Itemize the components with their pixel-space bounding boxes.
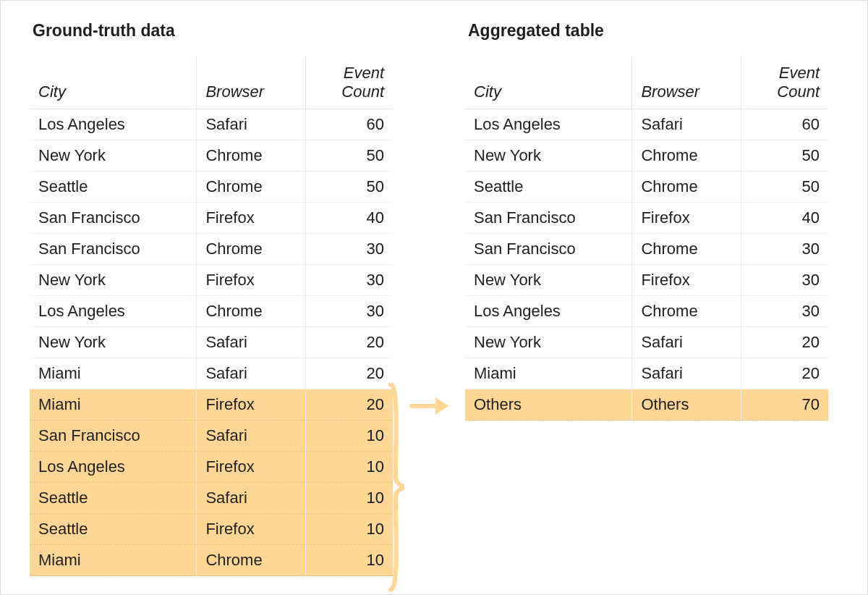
table-row: New YorkChrome50: [465, 140, 828, 172]
table-row: New YorkFirefox30: [465, 265, 828, 296]
table-row: Los AngelesChrome30: [465, 296, 828, 327]
table-row: Los AngelesFirefox10: [30, 452, 393, 483]
table-header-row: City Browser Event Count: [30, 56, 393, 109]
cell-count: 30: [741, 234, 829, 265]
ground-truth-table: City Browser Event Count Los AngelesSafa…: [30, 56, 393, 576]
cell-city: New York: [30, 265, 197, 296]
table-row: SeattleFirefox10: [30, 514, 393, 545]
table-row: SeattleChrome50: [465, 172, 828, 203]
cell-count: 20: [306, 358, 393, 389]
cell-browser: Firefox: [197, 203, 306, 234]
cell-browser: Chrome: [197, 172, 306, 203]
cell-count: 30: [741, 265, 829, 296]
cell-count: 10: [306, 452, 393, 483]
diagram-frame: Ground-truth data City Browser Event Cou…: [0, 0, 868, 595]
table-row: San FranciscoSafari10: [30, 421, 393, 452]
arrow-right-icon: [409, 397, 448, 415]
col-header-city: City: [465, 56, 632, 109]
cell-count: 10: [306, 483, 393, 514]
cell-count: 60: [306, 109, 393, 140]
cell-city: Seattle: [30, 172, 197, 203]
cell-count: 10: [306, 514, 393, 545]
cell-city: New York: [465, 327, 632, 358]
cell-city: San Francisco: [30, 203, 197, 234]
cell-browser: Chrome: [632, 140, 741, 172]
cell-city: San Francisco: [30, 421, 197, 452]
cell-count: 20: [306, 389, 393, 421]
cell-browser: Chrome: [197, 140, 306, 172]
cell-browser: Chrome: [197, 234, 306, 265]
table-row: Los AngelesSafari60: [30, 109, 393, 140]
cell-browser: Firefox: [197, 389, 306, 421]
cell-count: 30: [306, 234, 393, 265]
cell-city: Miami: [30, 389, 197, 421]
arrow-connector: [393, 397, 465, 415]
cell-browser: Firefox: [197, 265, 306, 296]
cell-count: 70: [741, 389, 829, 421]
table-row: New YorkSafari20: [465, 327, 828, 358]
table-row: MiamiSafari20: [30, 358, 393, 389]
cell-browser: Firefox: [632, 203, 741, 234]
table-row: New YorkFirefox30: [30, 265, 393, 296]
cell-count: 50: [741, 140, 829, 172]
table-row: SeattleSafari10: [30, 483, 393, 514]
cell-count: 40: [306, 203, 393, 234]
table-row: San FranciscoChrome30: [465, 234, 828, 265]
cell-city: Los Angeles: [30, 109, 197, 140]
col-header-count: Event Count: [306, 56, 393, 109]
cell-city: San Francisco: [30, 234, 197, 265]
cell-city: Los Angeles: [465, 109, 632, 140]
cell-count: 10: [306, 545, 393, 576]
cell-browser: Safari: [197, 421, 306, 452]
aggregated-body: Los AngelesSafari60New YorkChrome50Seatt…: [465, 109, 828, 421]
cell-count: 20: [741, 327, 829, 358]
cell-browser: Safari: [197, 483, 306, 514]
cell-city: Los Angeles: [465, 296, 632, 327]
cell-city: Seattle: [30, 514, 197, 545]
cell-city: New York: [30, 140, 197, 172]
table-row: New YorkChrome50: [30, 140, 393, 172]
cell-city: San Francisco: [465, 203, 632, 234]
cell-browser: Chrome: [197, 296, 306, 327]
table-row: San FranciscoFirefox40: [465, 203, 828, 234]
cell-count: 10: [306, 421, 393, 452]
ground-truth-title: Ground-truth data: [33, 21, 393, 41]
cell-city: Miami: [465, 358, 632, 389]
cell-browser: Safari: [197, 358, 306, 389]
col-header-browser: Browser: [197, 56, 306, 109]
cell-browser: Safari: [197, 327, 306, 358]
table-row: New YorkSafari20: [30, 327, 393, 358]
table-row: San FranciscoFirefox40: [30, 203, 393, 234]
table-row: MiamiFirefox20: [30, 389, 393, 421]
table-row: MiamiSafari20: [465, 358, 828, 389]
table-row: Los AngelesChrome30: [30, 296, 393, 327]
col-header-count: Event Count: [741, 56, 829, 109]
table-row: San FranciscoChrome30: [30, 234, 393, 265]
cell-city: New York: [465, 265, 632, 296]
cell-city: San Francisco: [465, 234, 632, 265]
cell-count: 30: [306, 265, 393, 296]
cell-browser: Safari: [632, 109, 741, 140]
cell-count: 50: [741, 172, 829, 203]
cell-browser: Chrome: [632, 234, 741, 265]
cell-city: Miami: [30, 358, 197, 389]
cell-count: 50: [306, 172, 393, 203]
cell-browser: Firefox: [197, 452, 306, 483]
cell-browser: Chrome: [197, 545, 306, 576]
cell-browser: Others: [632, 389, 741, 421]
cell-city: Seattle: [465, 172, 632, 203]
cell-browser: Safari: [197, 109, 306, 140]
cell-city: New York: [465, 140, 632, 172]
table-row: Los AngelesSafari60: [465, 109, 828, 140]
aggregated-title: Aggregated table: [468, 21, 828, 41]
table-row: MiamiChrome10: [30, 545, 393, 576]
col-header-browser: Browser: [632, 56, 741, 109]
table-row: SeattleChrome50: [30, 172, 393, 203]
cell-count: 60: [741, 109, 829, 140]
cell-count: 40: [741, 203, 829, 234]
cell-browser: Chrome: [632, 172, 741, 203]
cell-city: Los Angeles: [30, 296, 197, 327]
cell-city: Los Angeles: [30, 452, 197, 483]
cell-browser: Chrome: [632, 296, 741, 327]
cell-city: Seattle: [30, 483, 197, 514]
